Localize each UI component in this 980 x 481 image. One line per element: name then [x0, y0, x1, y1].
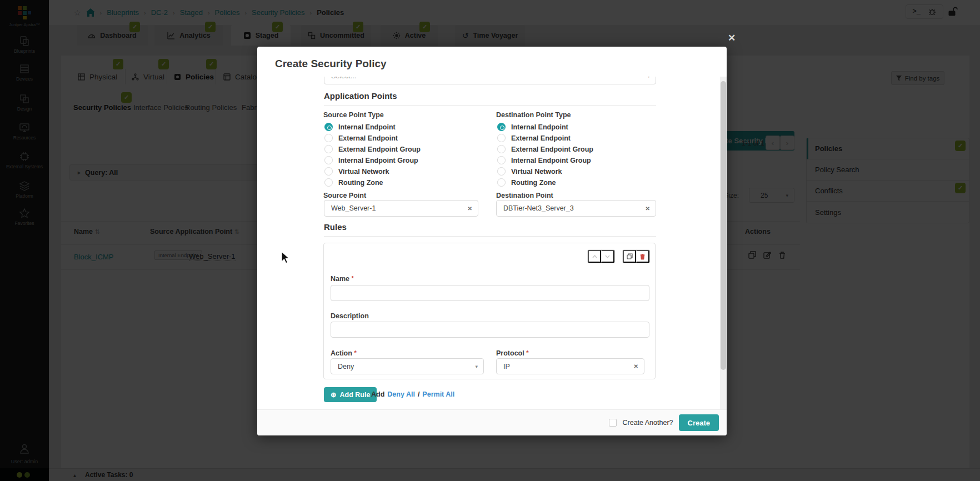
clear-icon[interactable]: ✕	[646, 206, 656, 212]
radio-external-endpoint[interactable]: External Endpoint	[324, 134, 398, 142]
radio-icon	[324, 134, 333, 142]
plus-circle-icon: ⊕	[331, 390, 336, 399]
scrollbar-thumb[interactable]	[721, 81, 726, 370]
radio-internal-endpoint[interactable]: Internal Endpoint	[324, 123, 396, 131]
source-point-value: Web_Server-1	[324, 204, 468, 212]
rule-protocol-input[interactable]: IP ✕	[496, 358, 644, 374]
action-value: Deny	[331, 363, 475, 370]
deny-all-link[interactable]: Deny All	[387, 390, 415, 398]
radio-icon	[497, 134, 506, 142]
select-placeholder: Select...	[324, 77, 647, 80]
section-rules: Rules	[324, 222, 656, 237]
source-point-label: Source Point	[323, 192, 366, 199]
required-mark: *	[352, 275, 354, 282]
radio-icon	[497, 156, 506, 164]
delete-rule-button[interactable]	[636, 250, 649, 263]
create-another-checkbox[interactable]	[609, 419, 617, 427]
rule-action-select[interactable]: Deny ▾	[331, 358, 484, 374]
radio-icon	[324, 178, 333, 187]
clear-icon[interactable]: ✕	[468, 206, 478, 212]
move-up-button[interactable]	[588, 250, 601, 263]
protocol-value: IP	[497, 363, 634, 370]
radio-icon	[497, 167, 506, 176]
radio-selected-icon	[324, 123, 333, 131]
tags-select[interactable]: Select... ▾	[324, 77, 656, 84]
required-mark: *	[354, 349, 356, 356]
radio-selected-icon	[497, 123, 506, 131]
destination-point-label: Destination Point	[496, 192, 553, 199]
chevron-down-icon: ▾	[647, 77, 656, 79]
radio-icon	[324, 145, 333, 153]
radio-external-endpoint-group[interactable]: External Endpoint Group	[497, 145, 593, 153]
rule-name-input[interactable]	[331, 285, 649, 301]
create-button[interactable]: Create	[679, 414, 719, 431]
modal-body: Select... ▾ Application Points Source Po…	[257, 77, 720, 409]
radio-virtual-network[interactable]: Virtual Network	[324, 167, 389, 176]
rule-description-input[interactable]	[331, 322, 649, 338]
radio-routing-zone[interactable]: Routing Zone	[497, 178, 556, 187]
modal-title: Create Security Policy	[275, 58, 387, 70]
destination-point-type-label: Destination Point Type	[496, 111, 571, 119]
clear-icon[interactable]: ✕	[634, 363, 644, 369]
radio-icon	[324, 167, 333, 176]
rule-action-label: Action *	[331, 349, 357, 357]
radio-icon	[324, 156, 333, 164]
radio-virtual-network[interactable]: Virtual Network	[497, 167, 562, 176]
app-root: Juniper Apstra™ Blueprints Devices Desig…	[0, 0, 980, 481]
modal-scrollbar[interactable]	[720, 77, 727, 409]
rule-reorder-group	[587, 249, 615, 263]
chevron-down-icon: ▾	[475, 364, 483, 369]
destination-point-value: DBTier-Net3_Server_3	[497, 204, 646, 212]
slash-separator: /	[418, 390, 419, 398]
close-icon[interactable]: ✕	[728, 32, 736, 44]
radio-external-endpoint[interactable]: External Endpoint	[497, 134, 571, 142]
create-security-policy-modal: Create Security Policy Select... ▾ Appli…	[257, 47, 727, 435]
required-mark: *	[526, 349, 528, 356]
add-label: Add	[371, 390, 384, 398]
rule-name-label: Name *	[331, 275, 354, 283]
radio-internal-endpoint-group[interactable]: Internal Endpoint Group	[324, 156, 418, 164]
radio-routing-zone[interactable]: Routing Zone	[324, 178, 383, 187]
add-rule-button[interactable]: ⊕ Add Rule	[324, 387, 377, 402]
source-point-input[interactable]: Web_Server-1 ✕	[324, 200, 478, 217]
radio-internal-endpoint-group[interactable]: Internal Endpoint Group	[497, 156, 591, 164]
permit-all-link[interactable]: Permit All	[422, 390, 454, 398]
add-links: Add Deny All / Permit All	[371, 390, 454, 398]
add-rule-label: Add Rule	[339, 391, 370, 399]
create-another-label: Create Another?	[622, 419, 673, 427]
move-down-button[interactable]	[601, 250, 614, 263]
rule-actions-group	[622, 249, 650, 263]
source-point-type-label: Source Point Type	[323, 111, 384, 119]
mouse-cursor	[281, 251, 291, 265]
rule-protocol-label: Protocol *	[496, 349, 528, 357]
radio-icon	[497, 145, 506, 153]
radio-internal-endpoint[interactable]: Internal Endpoint	[497, 123, 568, 131]
duplicate-rule-button[interactable]	[623, 250, 636, 263]
section-application-points: Application Points	[324, 91, 656, 106]
rule-description-label: Description	[331, 312, 369, 320]
rule-card: Name * Description Action * Deny ▾ Proto…	[323, 243, 656, 379]
radio-icon	[497, 178, 506, 187]
modal-footer: Create Another? Create	[257, 409, 727, 435]
destination-point-input[interactable]: DBTier-Net3_Server_3 ✕	[496, 200, 656, 217]
radio-external-endpoint-group[interactable]: External Endpoint Group	[324, 145, 421, 153]
